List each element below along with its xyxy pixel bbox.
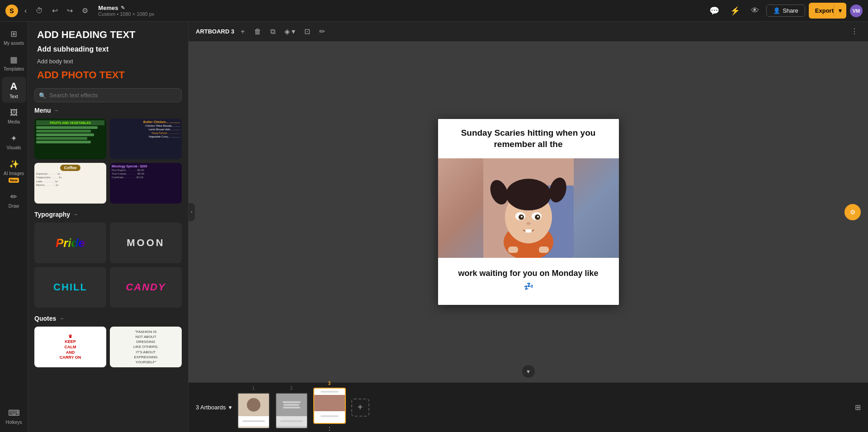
sidebar-item-media[interactable]: 🖼 Media [2,104,26,128]
add-new-artboard-btn[interactable]: + [351,399,369,417]
right-float-icon: ⚙ [850,209,856,216]
artboard-thumb-2[interactable] [275,393,308,429]
menu-card-1[interactable]: FRUITS AND VEGETABLES [34,119,106,159]
media-icon: 🖼 [10,108,18,118]
collapse-panel-btn[interactable]: ‹ [189,203,195,221]
user-avatar[interactable]: VM [850,5,863,17]
meme-artboard: Sunday Scaries hitting when you remember… [438,119,619,305]
chill-text: CHILL [53,281,87,293]
artboard-thumb-container-1: 1 [237,386,270,429]
svg-point-8 [510,192,547,210]
svg-point-14 [537,216,539,218]
artboards-strip: 3 Artboards ▾ 1 [189,382,868,432]
thumb-1-num: 1 [252,386,255,391]
undo-button[interactable]: ↩ [49,5,61,17]
copy-artboard-btn[interactable]: ⧉ [268,26,278,38]
delete-artboard-btn[interactable]: 🗑 [251,26,264,38]
typography-section-grid: Pride MOON CHILL CANDY [34,223,182,308]
artboard-thumb-1[interactable] [237,393,270,429]
preview-button[interactable]: 👁 [747,4,763,17]
thumb-3-options-btn[interactable]: ⋮ [326,426,333,432]
new-badge: New [9,178,19,183]
search-input[interactable] [34,88,182,102]
text-options: ADD HEADING TEXT Add subheading text Add… [28,22,188,85]
typography-chill-card[interactable]: CHILL [34,267,106,308]
meme-bottom-text: work waiting for you on Monday like 💤 [438,258,619,305]
add-subheading-text[interactable]: Add subheading text [37,45,179,53]
sidebar-item-draw[interactable]: ✏ Draw [2,188,26,212]
right-float-action-btn[interactable]: ⚙ [844,204,861,220]
fill-btn[interactable]: ◈ ▾ [282,25,298,38]
fashion-quote-text: "FASHION ISNOT ABOUTDRESSINGLIKE OTHERS;… [133,329,158,365]
sidebar-item-ai-images[interactable]: ✨ AI Images New [2,156,26,186]
zzz-emoji: 💤 [447,281,610,292]
typography-candy-card[interactable]: CANDY [110,267,182,308]
menu-card-2[interactable]: Butter Chicken... ............ Chicken T… [110,119,182,159]
bolt-button[interactable]: ⚡ [726,4,744,18]
typography-pride-card[interactable]: Pride [34,223,106,263]
hotkeys-icon: ⌨ [8,408,20,418]
history-button[interactable]: ⏱ [33,5,46,17]
sidebar-item-my-assets[interactable]: ⊞ My assets [2,25,26,49]
add-heading-text[interactable]: ADD HEADING TEXT [37,29,179,41]
main-area: ⊞ My assets ▦ Templates A Text 🖼 Media ✦… [0,22,868,432]
ai-images-icon: ✨ [9,159,19,169]
redo-button[interactable]: ↪ [64,5,75,17]
svg-rect-18 [539,247,549,253]
edit-btn[interactable]: ✏ [316,25,328,38]
quotes-section-header[interactable]: Quotes → [34,315,182,322]
artboard-thumb-container-3: 3 ⋮ [313,381,346,432]
draw-icon: ✏ [10,192,17,202]
artboard-name: ARTBOARD 3 [196,28,234,35]
svg-point-15 [526,222,531,225]
text-icon: A [10,81,18,92]
svg-rect-17 [508,247,518,253]
typography-section-header[interactable]: Typography → [34,211,182,218]
artboard-thumb-container-2: 2 [275,386,308,429]
menu-arrow-icon: → [54,107,59,114]
export-dropdown-arrow[interactable]: ▾ [834,5,846,16]
quotes-card-2[interactable]: "FASHION ISNOT ABOUTDRESSINGLIKE OTHERS;… [110,327,182,367]
sidebar-item-templates[interactable]: ▦ Templates [2,51,26,75]
share-icon: 👤 [773,7,780,14]
quotes-arrow-icon: → [59,315,64,322]
grid-view-btn[interactable]: ⊞ [855,403,861,412]
menu-section-grid: FRUITS AND VEGETABLES Butter Chicken... … [34,119,182,204]
candy-text: CANDY [126,281,165,293]
keep-calm-text: ♛ KEEP CALM AND CARRY ON [60,333,81,361]
back-button[interactable]: ‹ [22,5,29,17]
typography-arrow-icon: → [73,211,78,218]
add-artboard-btn[interactable]: + [238,26,247,38]
search-bar: 🔍 [34,88,182,102]
menu-section: Menu → FRUITS AND VEGETABLES [34,107,182,204]
menu-card-4[interactable]: Mixology Special - $200 Roy Rogers . . .… [110,163,182,204]
export-button[interactable]: Export ▾ [809,3,846,19]
settings-button[interactable]: ⚙ [79,5,91,17]
search-icon: 🔍 [39,92,46,99]
artboards-label[interactable]: 3 Artboards ▾ [196,404,232,411]
add-photo-text[interactable]: ADD PHOTO TEXT [37,69,179,81]
text-panel: ADD HEADING TEXT Add subheading text Add… [28,22,189,432]
sidebar-item-text[interactable]: A Text [2,77,26,103]
typography-moon-card[interactable]: MOON [110,223,182,263]
artboard-thumb-3[interactable] [313,388,346,424]
mask-btn[interactable]: ⊡ [302,25,313,38]
more-options-btn[interactable]: ⋮ [848,25,861,38]
chat-button[interactable]: 💬 [706,4,723,18]
typography-section: Typography → Pride MOON CHILL [34,211,182,308]
my-assets-icon: ⊞ [10,29,17,39]
panel-scroll: Menu → FRUITS AND VEGETABLES [28,107,188,375]
meme-character-svg [483,158,574,258]
sidebar-item-visuals[interactable]: ✦ Visuals [2,130,26,154]
add-body-text[interactable]: Add body text [37,58,179,65]
quotes-card-1[interactable]: ♛ KEEP CALM AND CARRY ON [34,327,106,367]
menu-section-header[interactable]: Menu → [34,107,182,114]
project-title: Memes ✎ Custom • 1080 × 1080 px [98,5,154,17]
menu-card-3[interactable]: Coffee Espresso . . . . . . 1xCappuccino… [34,163,106,204]
expand-strip-btn[interactable]: ▾ [522,365,535,378]
sidebar-item-hotkeys[interactable]: ⌨ Hotkeys [2,404,26,428]
canvas-viewport[interactable]: ‹ Sunday Scaries hitting when you rememb… [189,42,868,382]
visuals-icon: ✦ [10,133,17,143]
quotes-section: Quotes → ♛ KEEP CALM AND CARRY ON [34,315,182,367]
share-button[interactable]: 👤 Share [766,5,805,17]
